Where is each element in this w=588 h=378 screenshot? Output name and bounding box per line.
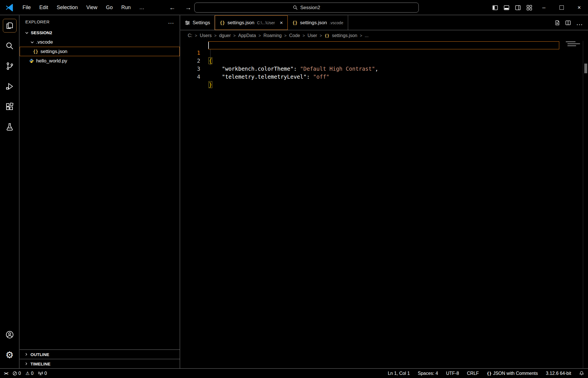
outline-section-header[interactable]: OUTLINE	[20, 349, 180, 359]
more-actions-icon[interactable]: …	[576, 21, 583, 24]
split-editor-icon[interactable]	[565, 20, 571, 26]
breadcrumb-item[interactable]: Code	[289, 33, 300, 38]
tab-label: Settings	[193, 20, 210, 26]
errors-indicator[interactable]: 0	[13, 371, 21, 376]
python-interpreter[interactable]: 3.12.6 64-bit	[546, 371, 571, 376]
open-settings-ui-icon[interactable]	[554, 20, 560, 26]
timeline-label: TIMELINE	[30, 361, 50, 366]
run-debug-icon[interactable]	[3, 80, 17, 93]
go-forward-button[interactable]: →	[183, 4, 193, 11]
minimap[interactable]	[566, 41, 582, 76]
remote-indicator[interactable]: ><	[4, 371, 8, 376]
chevron-right-icon	[24, 352, 28, 356]
chevron-down-icon	[24, 31, 29, 35]
chevron-right-icon	[24, 362, 28, 366]
timeline-section-header[interactable]: TIMELINE	[20, 359, 180, 368]
tree-item-label: .vscode	[36, 39, 53, 45]
breadcrumb-item[interactable]: Users	[200, 33, 212, 38]
minimize-button[interactable]: –	[535, 0, 553, 15]
vertical-scrollbar[interactable]	[583, 41, 588, 368]
tree-item-hello-world-py[interactable]: hello_world.py	[20, 56, 180, 66]
toggle-panel-icon[interactable]	[501, 0, 512, 15]
python-file-icon	[29, 58, 34, 63]
title-bar: File Edit Selection View Go Run … ← → Se…	[0, 0, 588, 15]
menu-bar: File Edit Selection View Go Run …	[18, 3, 149, 12]
toggle-secondary-sidebar-icon[interactable]	[512, 0, 524, 15]
tree-item-label: settings.json	[40, 49, 68, 54]
tab-settings-json-user[interactable]: {} settings.json C:\...\User ×	[215, 15, 288, 30]
menu-selection[interactable]: Selection	[52, 3, 82, 12]
menu-run[interactable]: Run	[117, 3, 135, 12]
tab-label: settings.json	[228, 20, 255, 26]
tab-settings[interactable]: Settings	[180, 15, 215, 30]
menu-file[interactable]: File	[18, 3, 35, 12]
code-line: 1 {	[180, 41, 588, 49]
warning-icon: ⚠	[25, 371, 29, 376]
titlebar-controls: – ×	[489, 0, 588, 15]
search-sidebar-icon[interactable]	[3, 39, 17, 53]
line-number: 4	[180, 73, 200, 81]
breadcrumb-item[interactable]: ...	[365, 33, 368, 38]
code-line: 4 }	[180, 65, 588, 73]
code-line: 2 "workbench.colorTheme": "Default High …	[180, 49, 588, 57]
indentation-setting[interactable]: Spaces: 4	[418, 371, 438, 376]
tab-settings-json-vscode[interactable]: {} settings.json .vscode	[288, 15, 348, 30]
go-back-button[interactable]: ←	[168, 4, 177, 11]
tab-label: settings.json	[300, 20, 327, 26]
source-control-icon[interactable]	[3, 59, 17, 73]
warnings-indicator[interactable]: ⚠ 0	[25, 371, 33, 376]
eol-setting[interactable]: CRLF	[467, 371, 479, 376]
activity-bar: ⚙	[0, 15, 19, 368]
tree-item-label: SESSION2	[31, 30, 52, 35]
tab-description: .vscode	[330, 21, 343, 25]
testing-icon[interactable]	[3, 120, 17, 134]
breadcrumb-item[interactable]: AppData	[238, 33, 256, 38]
maximize-button[interactable]	[553, 0, 570, 15]
json-file-icon: {}	[292, 20, 297, 25]
command-center-title: Session2	[300, 5, 320, 11]
error-icon	[13, 371, 17, 376]
tree-item-vscode-folder[interactable]: .vscode	[20, 37, 180, 47]
explorer-header: EXPLORER …	[20, 15, 180, 28]
settings-gear-icon[interactable]: ⚙	[3, 348, 17, 362]
vscode-window: File Edit Selection View Go Run … ← → Se…	[0, 0, 588, 378]
json-file-icon: {}	[324, 33, 329, 38]
breadcrumb-item[interactable]: Roaming	[264, 33, 282, 38]
sidebar-bottom-sections: OUTLINE TIMELINE	[20, 349, 180, 368]
toggle-sidebar-icon[interactable]	[489, 0, 501, 15]
breadcrumb-item[interactable]: dguer	[219, 33, 231, 38]
statusbar-right: Ln 1, Col 1 Spaces: 4 UTF-8 CRLF {} JSON…	[388, 371, 584, 376]
menu-view[interactable]: View	[82, 3, 102, 12]
code-line: 3 "telemetry.telemetryLevel": "off"	[180, 57, 588, 65]
breadcrumbs: C: > Users > dguer > AppData > Roaming >…	[180, 31, 588, 41]
customize-layout-icon[interactable]	[524, 0, 535, 15]
maximize-icon	[560, 5, 564, 10]
menu-more[interactable]: …	[135, 3, 149, 12]
language-mode[interactable]: {} JSON with Comments	[487, 371, 538, 376]
editor-group: Settings {} settings.json C:\...\User × …	[180, 15, 588, 368]
breadcrumb-item[interactable]: User	[307, 33, 317, 38]
cursor-position[interactable]: Ln 1, Col 1	[388, 371, 410, 376]
breadcrumb-item[interactable]: C:	[188, 33, 192, 38]
encoding-setting[interactable]: UTF-8	[446, 371, 459, 376]
command-center-search[interactable]: Session2	[194, 3, 419, 13]
editor-code-area[interactable]: 1 { 2 "workbench.colorTheme": "Default H…	[180, 41, 588, 368]
breadcrumb-item[interactable]: settings.json	[332, 33, 357, 38]
json-file-icon: {}	[33, 49, 38, 54]
editor-actions: …	[554, 15, 588, 30]
tree-item-session2[interactable]: SESSION2	[20, 28, 180, 37]
menu-go[interactable]: Go	[102, 3, 117, 12]
explorer-icon[interactable]	[3, 19, 17, 32]
explorer-more-actions[interactable]: …	[168, 21, 174, 23]
menu-edit[interactable]: Edit	[35, 3, 52, 12]
extensions-icon[interactable]	[3, 100, 17, 113]
notifications-bell[interactable]	[579, 371, 584, 376]
ports-indicator[interactable]: 0	[38, 371, 47, 376]
close-button[interactable]: ×	[570, 0, 588, 15]
tree-item-settings-json[interactable]: {} settings.json	[20, 47, 180, 56]
tab-close-icon[interactable]: ×	[280, 20, 283, 26]
settings-sliders-icon	[185, 20, 190, 25]
chevron-down-icon	[30, 40, 34, 44]
accounts-icon[interactable]	[3, 328, 17, 342]
scrollbar-thumb[interactable]	[584, 64, 587, 73]
